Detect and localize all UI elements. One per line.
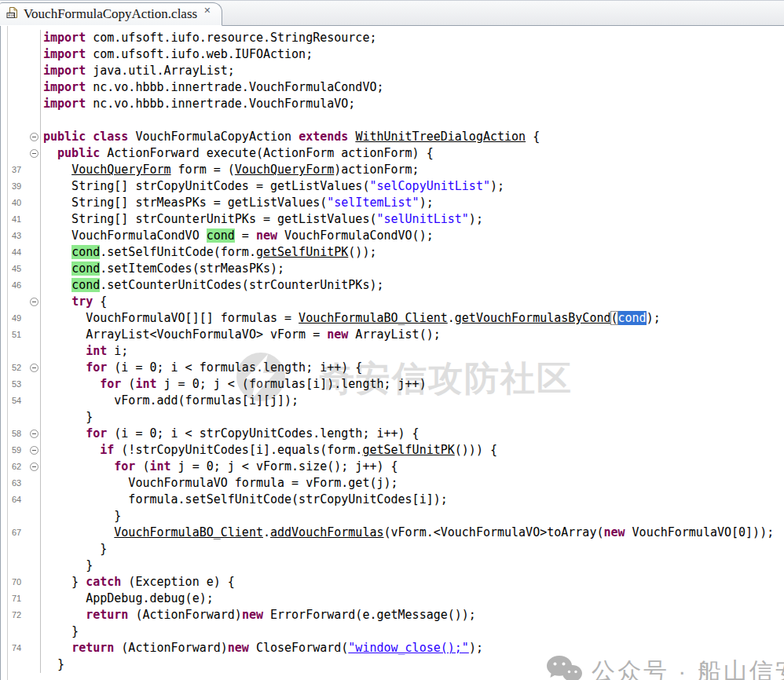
- code-line[interactable]: }: [41, 508, 121, 525]
- code-line[interactable]: formula.setSelfUnitCode(strCopyUnitCodes…: [41, 492, 448, 508]
- fold-column: [29, 343, 41, 360]
- code-row: import nc.vo.hbbb.innertrade.VouchFormul…: [8, 79, 784, 96]
- code-line[interactable]: int i;: [41, 343, 128, 360]
- code-token: [43, 344, 86, 358]
- line-number: 52: [8, 360, 29, 376]
- fold-collapse-icon[interactable]: [30, 446, 38, 455]
- code-token: .setSelfUnitCode(form.: [100, 245, 256, 259]
- code-row: 67 VouchFormulaBO_Client.addVouchFormula…: [8, 525, 784, 541]
- line-number: [8, 409, 29, 426]
- line-number: [8, 656, 29, 673]
- code-token: com.ufsoft.iufo.resource.StringResource;: [93, 31, 376, 45]
- code-line[interactable]: VouchQueryForm form = (VouchQueryForm)ac…: [41, 162, 419, 178]
- code-line[interactable]: VouchFormulaVO[][] formulas = VouchFormu…: [41, 310, 661, 327]
- code-row: 63 VouchFormulaVO formula = vForm.get(j)…: [8, 475, 784, 492]
- code-row: }: [8, 623, 784, 640]
- occurrence-highlight: cond: [71, 278, 100, 292]
- string-token: "selItemList": [327, 196, 419, 210]
- code-editor: import com.ufsoft.iufo.resource.StringRe…: [0, 26, 784, 680]
- code-row: import nc.vo.hbbb.innertrade.VouchFormul…: [8, 96, 784, 112]
- code-line[interactable]: String[] strCounterUnitPKs = getListValu…: [41, 211, 483, 228]
- keyword-token: new: [327, 327, 348, 342]
- tab-close-icon[interactable]: ✕: [203, 6, 211, 15]
- code-token: VouchFormulaCondVO();: [277, 228, 434, 243]
- keyword-token: int: [149, 459, 170, 473]
- code-token: (ActionForward): [114, 641, 228, 655]
- code-lines-area[interactable]: import com.ufsoft.iufo.resource.StringRe…: [8, 26, 784, 680]
- fold-column: [29, 112, 41, 129]
- code-line[interactable]: import nc.vo.hbbb.innertrade.VouchFormul…: [41, 79, 383, 96]
- code-line[interactable]: if (!strCopyUnitCodes[i].equals(form.get…: [41, 442, 497, 459]
- code-line[interactable]: }: [41, 623, 79, 640]
- code-row: import com.ufsoft.iufo.web.IUFOAction;: [8, 46, 784, 63]
- matched-bracket: (: [610, 311, 617, 325]
- code-line[interactable]: String[] strCopyUnitCodes = getListValue…: [41, 178, 504, 195]
- code-token: String[] strCopyUnitCodes = getListValue…: [43, 179, 369, 193]
- code-line[interactable]: VouchFormulaBO_Client.addVouchFormulas(v…: [41, 525, 774, 541]
- code-row: import com.ufsoft.iufo.resource.StringRe…: [8, 30, 784, 46]
- code-line[interactable]: for (int j = 0; j < vForm.size(); j++) {: [41, 459, 398, 475]
- code-line[interactable]: try {: [41, 294, 107, 310]
- fold-column: [29, 327, 41, 343]
- code-line[interactable]: import com.ufsoft.iufo.web.IUFOAction;: [41, 46, 313, 63]
- code-line[interactable]: cond.setItemCodes(strMeasPKs);: [41, 261, 284, 277]
- code-token: [43, 608, 86, 622]
- occurrence-highlight: cond: [71, 245, 100, 259]
- code-line[interactable]: import com.ufsoft.iufo.resource.StringRe…: [41, 30, 376, 46]
- keyword-token: import: [43, 97, 93, 111]
- code-token: ErrorForward(e.getMessage());: [263, 608, 476, 622]
- code-line[interactable]: VouchFormulaCondVO cond = new VouchFormu…: [41, 228, 434, 244]
- code-line[interactable]: vForm.add(formulas[i][j]);: [41, 393, 299, 409]
- code-line[interactable]: }: [41, 656, 64, 673]
- code-line[interactable]: cond.setSelfUnitCode(form.getSelfUnitPK(…: [41, 244, 376, 261]
- fold-collapse-icon[interactable]: [30, 298, 38, 306]
- code-line[interactable]: return (ActionForward)new CloseForward("…: [41, 640, 483, 656]
- code-line[interactable]: }: [41, 409, 93, 426]
- selected-text: cond: [618, 311, 647, 325]
- fold-collapse-icon[interactable]: [30, 430, 38, 438]
- fold-column: [29, 145, 41, 162]
- code-line[interactable]: public class VouchFormulaCopyAction exte…: [41, 129, 540, 145]
- code-line[interactable]: }: [41, 541, 107, 558]
- line-number: [8, 558, 29, 574]
- line-number: [8, 623, 29, 640]
- code-line[interactable]: cond.setCounterUnitCodes(strCounterUnitP…: [41, 277, 383, 294]
- code-token: [43, 459, 114, 473]
- code-line[interactable]: } catch (Exception e) {: [41, 574, 235, 590]
- code-line[interactable]: for (int j = 0; j < (formulas[i]).length…: [41, 376, 427, 393]
- code-token: (Exception e) {: [121, 575, 235, 589]
- fold-collapse-icon[interactable]: [30, 462, 38, 471]
- code-line[interactable]: }: [41, 558, 93, 574]
- keyword-token: public class: [43, 130, 135, 144]
- code-row: 64 formula.setSelfUnitCode(strCopyUnitCo…: [8, 492, 784, 508]
- string-token: "selCopyUnitList": [369, 179, 490, 193]
- code-token: [43, 377, 100, 391]
- code-line[interactable]: String[] strMeasPKs = getListValues("sel…: [41, 195, 434, 211]
- code-line[interactable]: [41, 112, 43, 129]
- code-row: 39 String[] strCopyUnitCodes = getListVa…: [8, 178, 784, 195]
- code-row: 41 String[] strCounterUnitPKs = getListV…: [8, 211, 784, 228]
- code-line[interactable]: VouchFormulaVO formula = vForm.get(j);: [41, 475, 398, 492]
- code-token: );: [469, 212, 483, 226]
- fold-collapse-icon[interactable]: [30, 149, 38, 158]
- occurrence-highlight: cond: [207, 228, 235, 243]
- fold-column: [29, 492, 41, 508]
- editor-tab[interactable]: 010 VouchFormulaCopyAction.class ✕: [0, 2, 222, 26]
- code-line[interactable]: public ActionForward execute(ActionForm …: [41, 145, 434, 162]
- code-line[interactable]: for (i = 0; i < strCopyUnitCodes.length;…: [41, 426, 419, 442]
- code-line[interactable]: return (ActionForward)new ErrorForward(e…: [41, 607, 476, 623]
- keyword-token: for: [114, 459, 135, 473]
- line-number: 54: [8, 393, 29, 409]
- code-line[interactable]: for (i = 0; i < formulas.length; i++) {: [41, 360, 362, 376]
- code-line[interactable]: import nc.vo.hbbb.innertrade.VouchFormul…: [41, 96, 355, 112]
- line-number: [8, 79, 29, 96]
- fold-column: [29, 409, 41, 426]
- fold-collapse-icon[interactable]: [30, 364, 38, 372]
- code-line[interactable]: import java.util.ArrayList;: [41, 63, 235, 79]
- code-line[interactable]: ArrayList<VouchFormulaVO> vForm = new Ar…: [41, 327, 441, 343]
- code-token: )actionForm;: [334, 163, 419, 177]
- code-line[interactable]: AppDebug.debug(e);: [41, 590, 214, 607]
- line-number: 51: [8, 327, 29, 343]
- code-row: 43 VouchFormulaCondVO cond = new VouchFo…: [8, 228, 784, 244]
- fold-collapse-icon[interactable]: [30, 133, 38, 141]
